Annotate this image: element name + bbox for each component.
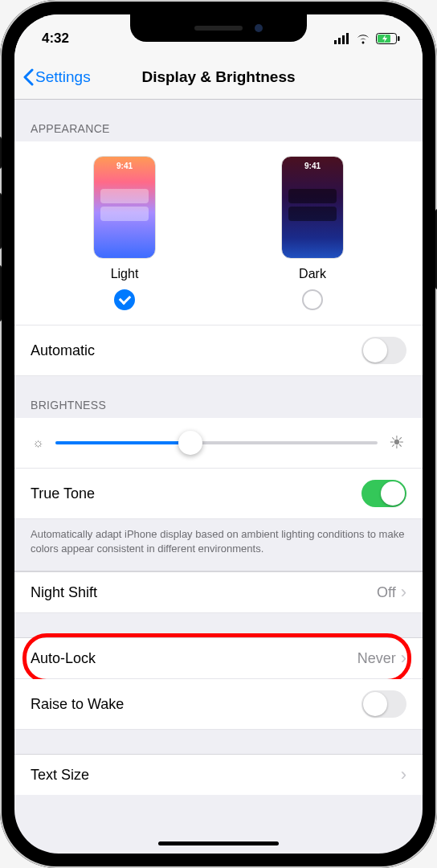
- spacer: [14, 613, 423, 637]
- appearance-light-option[interactable]: 9:41 Light: [93, 156, 156, 310]
- spacer: [14, 730, 423, 754]
- brightness-slider[interactable]: [55, 441, 378, 444]
- svg-rect-2: [342, 35, 345, 44]
- text-size-row[interactable]: Text Size ›: [14, 754, 423, 795]
- back-label: Settings: [35, 68, 91, 86]
- sun-high-icon: ☀: [389, 432, 405, 453]
- slider-fill: [55, 441, 191, 444]
- mute-switch: [0, 137, 2, 169]
- night-shift-value: Off: [377, 584, 396, 601]
- status-time: 4:32: [42, 31, 69, 47]
- svg-rect-5: [398, 36, 400, 41]
- svg-rect-3: [346, 33, 349, 44]
- cellular-icon: [334, 33, 350, 44]
- appearance-dark-option[interactable]: 9:41 Dark: [281, 156, 344, 310]
- home-indicator[interactable]: [158, 841, 279, 845]
- light-preview: 9:41: [93, 156, 156, 259]
- raise-to-wake-toggle[interactable]: [361, 690, 406, 718]
- light-radio[interactable]: [114, 289, 135, 310]
- automatic-toggle[interactable]: [361, 337, 406, 364]
- nav-header: Settings Display & Brightness: [14, 55, 423, 100]
- auto-lock-row[interactable]: Auto-Lock Never ›: [14, 637, 423, 679]
- truetone-toggle[interactable]: [361, 480, 406, 507]
- svg-rect-0: [334, 40, 337, 44]
- chevron-right-icon: ›: [401, 583, 406, 601]
- auto-lock-value: Never: [357, 650, 396, 667]
- truetone-row[interactable]: True Tone: [14, 469, 423, 519]
- preview-widget: [288, 207, 337, 221]
- truetone-footer: Automatically adapt iPhone display based…: [14, 519, 423, 571]
- automatic-row[interactable]: Automatic: [14, 326, 423, 376]
- svg-rect-1: [338, 38, 341, 44]
- brightness-slider-row: ☼ ☀: [14, 418, 423, 469]
- speaker: [194, 26, 243, 31]
- preview-widget: [100, 207, 149, 221]
- slider-knob[interactable]: [178, 431, 202, 455]
- preview-widget: [288, 189, 337, 203]
- night-shift-label: Night Shift: [31, 584, 97, 601]
- auto-lock-label: Auto-Lock: [31, 650, 96, 667]
- chevron-right-icon: ›: [401, 766, 406, 784]
- light-label: Light: [111, 267, 139, 281]
- raise-to-wake-label: Raise to Wake: [31, 696, 124, 713]
- screen: 4:32 Settings Display & Brightness Appea…: [14, 14, 423, 854]
- wifi-icon: [355, 33, 371, 44]
- night-shift-row[interactable]: Night Shift Off ›: [14, 571, 423, 613]
- front-camera: [255, 24, 263, 32]
- content-scroll[interactable]: Appearance 9:41 Light 9:41: [14, 100, 423, 854]
- appearance-picker: 9:41 Light 9:41 Dark: [14, 141, 423, 326]
- preview-widget: [100, 189, 149, 203]
- automatic-label: Automatic: [31, 342, 95, 359]
- dark-radio[interactable]: [302, 289, 323, 310]
- volume-down-button: [0, 265, 2, 321]
- raise-to-wake-row[interactable]: Raise to Wake: [14, 679, 423, 730]
- volume-up-button: [0, 193, 2, 249]
- text-size-label: Text Size: [31, 767, 89, 784]
- notch: [130, 14, 307, 42]
- preview-time: 9:41: [282, 162, 343, 170]
- dark-label: Dark: [299, 267, 326, 281]
- chevron-left-icon: [22, 68, 34, 86]
- battery-charging-icon: [376, 33, 400, 44]
- dark-preview: 9:41: [281, 156, 344, 259]
- truetone-label: True Tone: [31, 485, 95, 502]
- back-button[interactable]: Settings: [22, 68, 91, 86]
- preview-time: 9:41: [94, 162, 155, 170]
- appearance-header: Appearance: [14, 100, 423, 141]
- sun-low-icon: ☼: [32, 436, 44, 450]
- device-frame: 4:32 Settings Display & Brightness Appea…: [0, 0, 437, 868]
- brightness-header: Brightness: [14, 376, 423, 418]
- chevron-right-icon: ›: [401, 649, 406, 667]
